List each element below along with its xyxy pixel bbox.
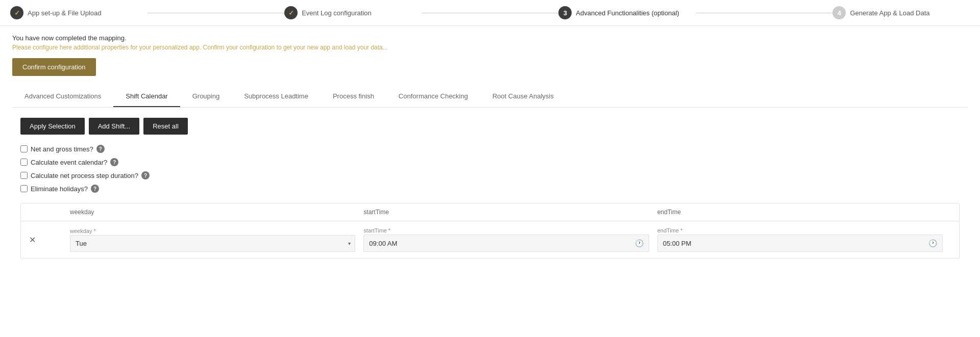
col-header-starttime: startTime	[363, 209, 657, 216]
holidays-checkbox[interactable]	[20, 185, 28, 192]
endtime-field-label: endTime *	[657, 227, 943, 234]
step-4-circle: 4	[832, 6, 846, 19]
step-3-circle: 3	[558, 6, 572, 19]
weekday-select[interactable]: Mon Tue Wed Thu Fri Sat Sun	[70, 236, 355, 251]
holidays-checkbox-item[interactable]: Eliminate holidays? ?	[20, 185, 960, 193]
endtime-input-wrapper: 🕐	[657, 235, 943, 252]
delete-row-button[interactable]: ✕	[29, 235, 36, 245]
step-2-circle: ✓	[284, 6, 298, 19]
starttime-input[interactable]	[369, 240, 634, 247]
starttime-clock-icon[interactable]: 🕐	[635, 239, 644, 247]
tab-grouping[interactable]: Grouping	[180, 86, 232, 107]
stepper: ✓ App set-up & File Upload ✓ Event Log c…	[0, 0, 980, 26]
endtime-clock-icon[interactable]: 🕐	[928, 239, 937, 247]
holidays-label: Eliminate holidays?	[31, 185, 88, 193]
main-content: You have now completed the mapping. Plea…	[0, 26, 980, 277]
weekday-field-group: weekday * Mon Tue Wed Thu Fri Sat Sun ▾	[70, 228, 363, 252]
connector-1-2	[148, 13, 285, 13]
net-process-checkbox[interactable]	[20, 172, 28, 179]
net-process-checkbox-item[interactable]: Calculate net process step duration? ?	[20, 171, 960, 179]
starttime-field-group: startTime * 🕐	[363, 227, 657, 252]
endtime-field-group: endTime * 🕐	[657, 227, 951, 252]
net-process-help-icon[interactable]: ?	[141, 171, 150, 179]
step-2-label: Event Log configuration	[302, 9, 372, 17]
step-1: ✓ App set-up & File Upload	[10, 6, 148, 19]
endtime-input[interactable]	[663, 240, 928, 247]
step-4-label: Generate App & Load Data	[850, 9, 929, 17]
delete-cell: ✕	[29, 235, 70, 245]
action-buttons: Apply Selection Add Shift... Reset all	[20, 118, 960, 135]
starttime-field-label: startTime *	[363, 227, 649, 234]
table-row: ✕ weekday * Mon Tue Wed Thu Fri Sat Sun	[21, 221, 959, 258]
info-line2: Please configure here additional propert…	[12, 44, 968, 51]
tab-conformance-checking[interactable]: Conformance Checking	[386, 86, 480, 107]
checkbox-group: Net and gross times? ? Calculate event c…	[20, 145, 960, 193]
info-line1: You have now completed the mapping.	[12, 34, 968, 42]
table-header: weekday startTime endTime	[21, 203, 959, 221]
reset-all-button[interactable]: Reset all	[143, 118, 188, 135]
event-calendar-checkbox[interactable]	[20, 159, 28, 166]
event-calendar-label: Calculate event calendar?	[31, 159, 107, 166]
col-header-endtime: endTime	[657, 209, 951, 216]
net-gross-label: Net and gross times?	[31, 145, 93, 153]
tab-shift-calendar[interactable]: Shift Calendar	[113, 86, 180, 107]
connector-2-3	[422, 13, 559, 13]
net-gross-checkbox-item[interactable]: Net and gross times? ?	[20, 145, 960, 153]
weekday-field-label: weekday *	[70, 228, 355, 234]
shift-calendar-content: Apply Selection Add Shift... Reset all N…	[12, 108, 968, 269]
step-1-circle: ✓	[10, 6, 23, 19]
col-header-weekday: weekday	[70, 209, 363, 216]
col-header-delete	[29, 209, 70, 216]
net-gross-help-icon[interactable]: ?	[96, 145, 105, 153]
step-2: ✓ Event Log configuration	[284, 6, 422, 19]
tab-bar: Advanced Customizations Shift Calendar G…	[12, 86, 968, 108]
shift-table: weekday startTime endTime ✕ weekday * Mo…	[20, 203, 960, 258]
step-3-label: Advanced Functionalities (optional)	[576, 9, 679, 17]
holidays-help-icon[interactable]: ?	[91, 185, 99, 193]
tab-advanced-customizations[interactable]: Advanced Customizations	[12, 86, 113, 107]
tab-subprocess-leadtime[interactable]: Subprocess Leadtime	[232, 86, 321, 107]
connector-3-4	[696, 13, 833, 13]
event-calendar-checkbox-item[interactable]: Calculate event calendar? ?	[20, 158, 960, 166]
tab-root-cause-analysis[interactable]: Root Cause Analysis	[480, 86, 566, 107]
add-shift-button[interactable]: Add Shift...	[89, 118, 140, 135]
tab-process-finish[interactable]: Process finish	[321, 86, 386, 107]
step-3: 3 Advanced Functionalities (optional)	[558, 6, 696, 19]
apply-selection-button[interactable]: Apply Selection	[20, 118, 85, 135]
starttime-input-wrapper: 🕐	[363, 235, 649, 252]
confirm-configuration-button[interactable]: Confirm configuration	[12, 58, 96, 76]
net-gross-checkbox[interactable]	[20, 145, 28, 152]
event-calendar-help-icon[interactable]: ?	[110, 158, 118, 166]
net-process-label: Calculate net process step duration?	[31, 172, 138, 179]
step-1-label: App set-up & File Upload	[28, 9, 102, 17]
weekday-select-wrapper: Mon Tue Wed Thu Fri Sat Sun ▾	[70, 235, 355, 252]
step-4: 4 Generate App & Load Data	[832, 6, 970, 19]
